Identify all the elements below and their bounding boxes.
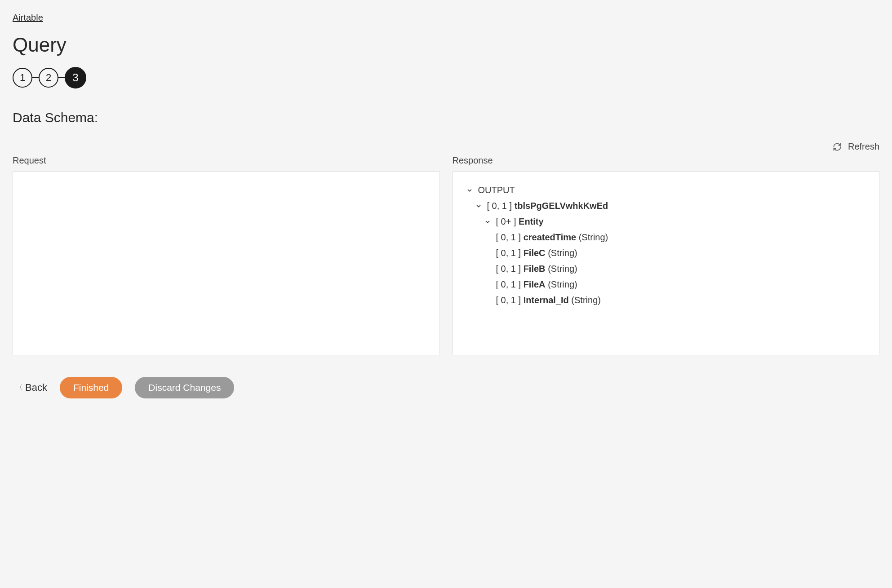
tree-node-type: (String) [548, 277, 577, 292]
tree-node-cardinality: [ 0+ ] [496, 214, 516, 230]
back-button[interactable]: 〈 Back [16, 382, 47, 393]
chevron-left-icon: 〈 [16, 384, 22, 392]
tree-node-type: (String) [579, 230, 608, 245]
tree-node-table[interactable]: [ 0, 1 ] tblsPgGELVwhkKwEd [466, 198, 867, 214]
tree-leaf-filea[interactable]: [ 0, 1 ] FileA (String) [466, 277, 867, 292]
back-label: Back [25, 382, 47, 393]
chevron-down-icon[interactable] [475, 202, 483, 210]
finished-button[interactable]: Finished [60, 377, 122, 398]
tree-node-name: FileC [524, 245, 546, 261]
chevron-down-icon[interactable] [484, 218, 492, 226]
tree-node-cardinality: [ 0, 1 ] [496, 292, 521, 308]
tree-node-name: createdTime [524, 230, 576, 245]
tree-node-cardinality: [ 0, 1 ] [496, 245, 521, 261]
refresh-icon [833, 142, 842, 151]
tree-node-cardinality: [ 0, 1 ] [496, 230, 521, 245]
discard-changes-button[interactable]: Discard Changes [135, 377, 234, 398]
refresh-button[interactable]: Refresh [833, 141, 879, 152]
tree-node-label: OUTPUT [478, 182, 515, 198]
section-title: Data Schema: [13, 110, 879, 125]
request-panel [13, 171, 440, 355]
tree-leaf-fileb[interactable]: [ 0, 1 ] FileB (String) [466, 261, 867, 277]
tree-node-name: FileB [524, 261, 546, 277]
tree-leaf-internal-id[interactable]: [ 0, 1 ] Internal_Id (String) [466, 292, 867, 308]
tree-node-type: (String) [548, 245, 577, 261]
tree-node-type: (String) [571, 292, 601, 308]
response-panel: OUTPUT [ 0, 1 ] tblsPgGELVwhkKwEd [ 0+ ] [453, 171, 880, 355]
chevron-down-icon[interactable] [466, 186, 474, 195]
step-connector [58, 77, 65, 78]
tree-node-cardinality: [ 0, 1 ] [496, 261, 521, 277]
page-title: Query [13, 34, 879, 56]
step-1[interactable]: 1 [13, 68, 32, 88]
tree-node-name: tblsPgGELVwhkKwEd [515, 198, 608, 214]
tree-node-name: Internal_Id [524, 292, 569, 308]
tree-node-cardinality: [ 0, 1 ] [496, 277, 521, 292]
tree-leaf-filec[interactable]: [ 0, 1 ] FileC (String) [466, 245, 867, 261]
step-2[interactable]: 2 [39, 68, 58, 88]
stepper: 1 2 3 [13, 67, 879, 88]
tree-node-output[interactable]: OUTPUT [466, 182, 867, 198]
tree-node-entity[interactable]: [ 0+ ] Entity [466, 214, 867, 230]
tree-node-name: Entity [519, 214, 544, 230]
breadcrumb-link[interactable]: Airtable [13, 13, 43, 23]
tree-node-type: (String) [548, 261, 577, 277]
tree-node-name: FileA [524, 277, 546, 292]
response-label: Response [453, 155, 880, 166]
request-label: Request [13, 155, 440, 166]
refresh-label: Refresh [848, 141, 879, 152]
tree-node-cardinality: [ 0, 1 ] [487, 198, 512, 214]
step-connector [32, 77, 39, 78]
step-3[interactable]: 3 [65, 67, 86, 88]
tree-leaf-createdtime[interactable]: [ 0, 1 ] createdTime (String) [466, 230, 867, 245]
